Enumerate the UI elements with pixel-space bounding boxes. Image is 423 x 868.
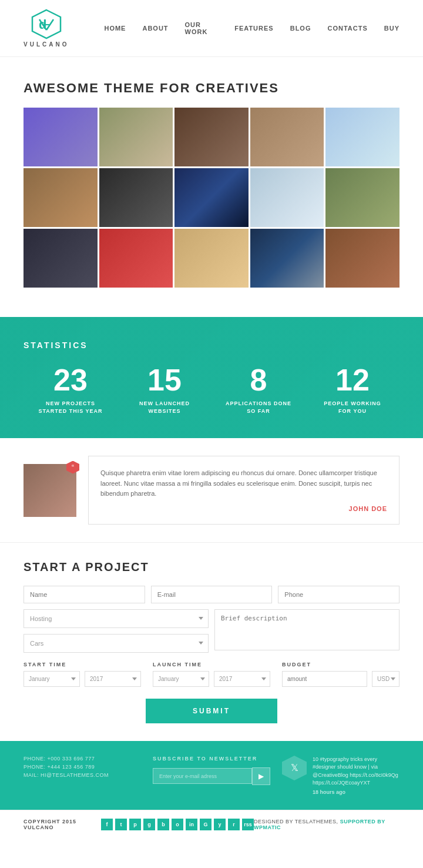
start-time-group: START TIME January 2017 — [24, 662, 141, 687]
start-time-selects: January 2017 — [24, 671, 141, 687]
footer-bottom: COPYRIGHT 2015 VULCANO f t p g b o in G … — [0, 810, 423, 839]
gallery-item[interactable] — [24, 168, 98, 227]
stat-number: 12 — [317, 365, 388, 395]
newsletter-send-button[interactable]: ▶ — [252, 767, 270, 785]
gallery-item[interactable] — [325, 108, 400, 166]
social-icons-row: f t p g b o in G y r rss — [101, 819, 254, 830]
header: d VULCANO HOME ABOUT OUR WORK FEATURES B… — [0, 0, 423, 57]
newsletter-input-row: ▶ — [153, 767, 270, 785]
cars-select[interactable]: Cars — [24, 634, 209, 653]
stat-label: PEOPLE WORKING FOR YOU — [317, 400, 388, 415]
nav-features[interactable]: FEATURES — [234, 25, 273, 32]
stats-row: 23 NEW PROJECTS STARTED THIS YEAR 15 NEW… — [24, 365, 400, 415]
gallery-item[interactable] — [99, 168, 173, 227]
gallery-grid — [24, 108, 400, 288]
nav-our-work[interactable]: OUR WORK — [185, 21, 219, 35]
gallery-item[interactable] — [174, 168, 249, 227]
footer-email: MAIL: HI@TESLATHEMES.COM — [24, 772, 141, 778]
gallery-item[interactable] — [174, 108, 249, 166]
form-row-mid: Hosting Cars — [24, 609, 400, 653]
stat-number: 8 — [223, 365, 294, 395]
social-google[interactable]: G — [200, 819, 212, 830]
footer-phone2: PHONE: +444 123 456 789 — [24, 764, 141, 770]
testimonial-box: Quisque pharetra enim vitae lorem adipis… — [88, 456, 400, 525]
twitter-widget: 𝕏 10 #typography tricks every #designer … — [282, 756, 400, 795]
form-right — [214, 609, 400, 653]
testimonial-section: “ Quisque pharetra enim vitae lorem adip… — [0, 438, 423, 542]
social-facebook[interactable]: f — [101, 819, 113, 830]
logo-area: d VULCANO — [24, 9, 69, 48]
stat-number: 15 — [129, 365, 200, 395]
hero-title: AWESOME THEME FOR CREATIVES — [24, 81, 400, 96]
budget-selects: USD — [282, 671, 400, 687]
hosting-select[interactable]: Hosting — [24, 609, 209, 628]
launch-time-group: LAUNCH TIME January 2017 — [153, 662, 270, 687]
nav-about[interactable]: ABOUT — [142, 25, 168, 32]
phone-input[interactable] — [278, 586, 400, 603]
stat-label: NEW LAUNCHED WEBSITES — [129, 400, 200, 415]
start-year-select[interactable]: 2017 — [85, 671, 141, 687]
stat-item-apps: 8 APPLICATIONS DONE SO FAR — [223, 365, 294, 415]
gallery-item[interactable] — [250, 229, 324, 288]
amount-input[interactable] — [282, 671, 367, 687]
gallery-item[interactable] — [99, 108, 173, 166]
submit-button[interactable]: SUBMIT — [146, 699, 277, 723]
twitter-text: 10 #typography tricks every #designer sh… — [313, 756, 400, 787]
project-section: START A PROJECT Hosting Cars START TIME … — [0, 542, 423, 741]
nav-contacts[interactable]: CONTACTS — [327, 25, 367, 32]
social-behance[interactable]: b — [157, 819, 169, 830]
gallery-item[interactable] — [24, 108, 98, 166]
email-input[interactable] — [151, 586, 273, 603]
social-linkedin[interactable]: in — [186, 819, 197, 830]
main-nav: HOME ABOUT OUR WORK FEATURES BLOG CONTAC… — [104, 21, 400, 35]
social-rss[interactable]: rss — [242, 819, 254, 830]
social-pinterest[interactable]: p — [129, 819, 141, 830]
launch-year-select[interactable]: 2017 — [214, 671, 270, 687]
footer-twitter-col: 𝕏 10 #typography tricks every #designer … — [282, 756, 400, 795]
newsletter-label: SUBSCRIBE TO NEWSLETTER — [153, 756, 270, 762]
nav-blog[interactable]: BLOG — [290, 25, 311, 32]
logo-text: VULCANO — [24, 41, 69, 48]
start-month-select[interactable]: January — [24, 671, 80, 687]
gallery-item[interactable] — [174, 229, 249, 288]
stat-item-projects: 23 NEW PROJECTS STARTED THIS YEAR — [35, 365, 106, 415]
copyright-text: COPYRIGHT 2015 VULCANO — [24, 819, 101, 830]
testimonial-author: JOHN DOE — [100, 505, 387, 512]
brief-textarea[interactable] — [214, 609, 400, 650]
social-500px[interactable]: o — [172, 819, 183, 830]
gallery-item[interactable] — [24, 229, 98, 288]
quote-badge: “ — [66, 461, 79, 474]
footer-main: PHONE: +000 333 696 777 PHONE: +444 123 … — [0, 741, 423, 810]
gallery-item[interactable] — [250, 108, 324, 166]
stat-label: APPLICATIONS DONE SO FAR — [223, 400, 294, 415]
social-twitter[interactable]: t — [115, 819, 127, 830]
nav-buy[interactable]: BUY — [384, 25, 400, 32]
newsletter-input[interactable] — [153, 768, 252, 784]
twitter-icon: 𝕏 — [282, 756, 307, 780]
nav-home[interactable]: HOME — [104, 25, 126, 32]
social-youtube[interactable]: y — [214, 819, 226, 830]
budget-label: BUDGET — [282, 662, 400, 667]
launch-time-selects: January 2017 — [153, 671, 270, 687]
gallery-item[interactable] — [250, 168, 324, 227]
launch-month-select[interactable]: January — [153, 671, 209, 687]
name-input[interactable] — [24, 586, 145, 603]
budget-group: BUDGET USD — [282, 662, 400, 687]
project-title: START A PROJECT — [24, 560, 400, 574]
time-budget-row: START TIME January 2017 LAUNCH TIME Janu… — [24, 662, 400, 687]
stat-label: NEW PROJECTS STARTED THIS YEAR — [35, 400, 106, 415]
footer-newsletter-col: SUBSCRIBE TO NEWSLETTER ▶ — [153, 756, 270, 795]
stat-item-websites: 15 NEW LAUNCHED WEBSITES — [129, 365, 200, 415]
form-row-basic — [24, 586, 400, 603]
social-googleplus[interactable]: g — [143, 819, 155, 830]
statistics-title: STATISTICS — [24, 340, 400, 350]
social-reddit[interactable]: r — [228, 819, 240, 830]
currency-select[interactable]: USD — [372, 671, 400, 687]
gallery-item[interactable] — [325, 168, 400, 227]
stat-number: 23 — [35, 365, 106, 395]
form-left: Hosting Cars — [24, 609, 209, 653]
gallery-item[interactable] — [99, 229, 173, 288]
twitter-content: 10 #typography tricks every #designer sh… — [313, 756, 400, 795]
stat-item-people: 12 PEOPLE WORKING FOR YOU — [317, 365, 388, 415]
gallery-item[interactable] — [325, 229, 400, 288]
